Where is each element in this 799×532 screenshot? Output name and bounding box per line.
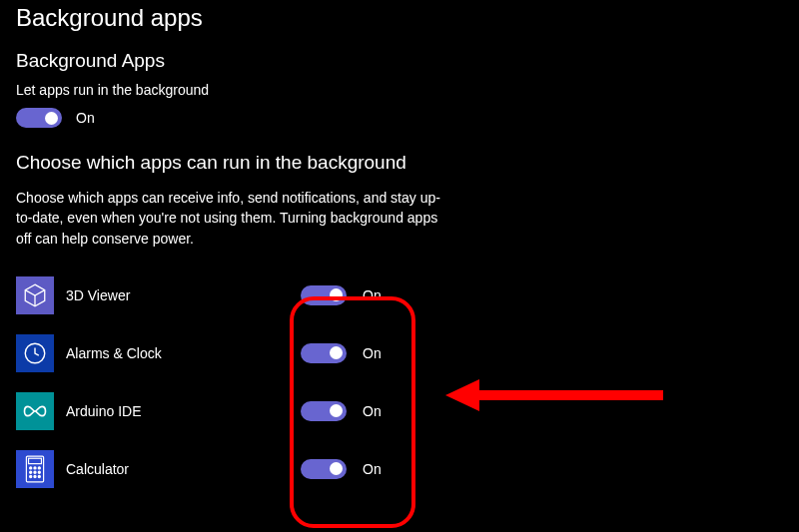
svg-point-8	[38, 471, 40, 473]
svg-point-6	[30, 471, 32, 473]
annotation-arrow-left-icon	[445, 375, 665, 415]
app-name: Arduino IDE	[66, 403, 301, 419]
app-name: Calculator	[66, 461, 301, 477]
master-toggle[interactable]	[16, 108, 62, 128]
choose-apps-header: Choose which apps can run in the backgro…	[16, 152, 783, 174]
master-toggle-state: On	[76, 110, 95, 126]
svg-point-5	[38, 467, 40, 469]
svg-rect-2	[29, 458, 42, 463]
svg-marker-13	[445, 379, 479, 411]
calculator-icon	[16, 450, 54, 488]
app-name: Alarms & Clock	[66, 345, 301, 361]
svg-point-11	[38, 475, 40, 477]
choose-apps-description: Choose which apps can receive info, send…	[16, 188, 455, 249]
annotation-highlight-rect	[290, 296, 415, 528]
toggle-knob	[45, 112, 58, 125]
background-apps-header: Background Apps	[16, 50, 783, 72]
svg-point-7	[34, 471, 36, 473]
svg-point-4	[34, 467, 36, 469]
svg-point-10	[34, 475, 36, 477]
clock-icon	[16, 334, 54, 372]
svg-point-3	[30, 467, 32, 469]
page-title: Background apps	[16, 4, 783, 32]
infinity-icon	[16, 392, 54, 430]
app-name: 3D Viewer	[66, 287, 301, 303]
cube-icon	[16, 276, 54, 314]
svg-point-9	[30, 475, 32, 477]
master-toggle-label: Let apps run in the background	[16, 82, 783, 98]
master-toggle-row: On	[16, 108, 783, 128]
